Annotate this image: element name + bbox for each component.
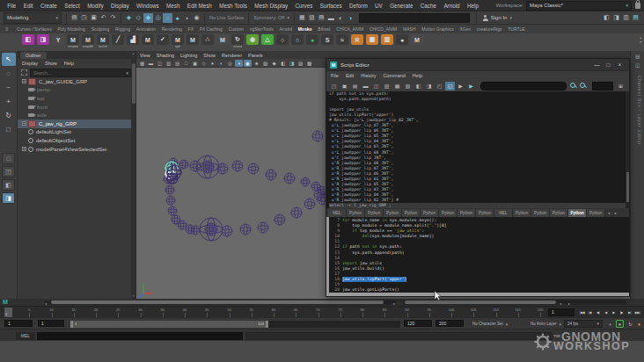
shelf-brush-icon[interactable]: ╱ — [111, 34, 125, 48]
script-editor-menu-command[interactable]: Command — [383, 73, 405, 78]
clear-all-icon[interactable]: ◨ — [424, 82, 434, 90]
open-scene-icon[interactable]: ◳ — [79, 13, 89, 23]
select-tool[interactable]: ↖ — [2, 53, 16, 66]
minimize-button[interactable]: — — [591, 61, 603, 69]
shelf-copyweights-icon[interactable]: M — [186, 34, 200, 48]
scroll-up-icon[interactable]: ▴ — [131, 52, 135, 55]
viewport-hscrollbar[interactable]: ◂ ▸ — [44, 300, 396, 305]
vp-shadows-icon[interactable]: ◑ — [235, 60, 243, 67]
snap-point-icon[interactable]: ◆ — [143, 13, 153, 23]
shelf-green-tool-icon[interactable]: ◉ — [245, 34, 260, 48]
viewport-menu-view[interactable]: View — [140, 53, 150, 58]
viewport-menu-panels[interactable]: Panels — [248, 53, 263, 58]
shelf-check-icon[interactable]: ✓ — [156, 34, 170, 48]
expand-icon[interactable]: + — [22, 79, 26, 83]
render-icon[interactable]: ▦ — [297, 13, 307, 23]
script-search-input[interactable] — [480, 82, 567, 90]
anim-layer-selector[interactable]: No Anim Layer ▾ — [531, 320, 561, 328]
viewport-menu-show[interactable]: Show — [203, 53, 216, 58]
shelf-clock2-icon[interactable]: ○ — [290, 34, 304, 48]
animation-end-field[interactable]: 200 — [435, 320, 464, 327]
vp-dof-icon[interactable]: ◆ — [270, 60, 278, 67]
shelf-r-tool-icon[interactable]: R — [350, 34, 364, 48]
scrollbar-thumb[interactable] — [626, 172, 629, 202]
animation-prefs-icon[interactable]: ↻ — [626, 320, 634, 328]
menu-surfaces[interactable]: Surfaces — [317, 3, 346, 9]
four-pane-layout-button[interactable]: ◫ — [2, 166, 15, 177]
clear-history-icon[interactable]: ▬ — [361, 82, 370, 90]
outliner-item-c-jaw-guide-grp[interactable]: +C_jaw_GUIDE_GRP — [18, 77, 135, 86]
play-forward-button[interactable]: ▶ — [610, 308, 618, 317]
script-tab-9-mel[interactable]: MEL — [494, 209, 513, 217]
suppress-output-icon[interactable]: ▥ — [382, 82, 392, 90]
shelf-rename-icon[interactable]: Mrename — [66, 34, 80, 48]
step-forward-key-button[interactable]: |▶ — [618, 308, 626, 317]
shelf-skin-icon[interactable]: ● — [395, 34, 409, 48]
script-editor-input-pane[interactable]: 7for module_name in sys.modules.keys():8… — [326, 217, 629, 293]
script-tab-4-python[interactable]: Python — [402, 209, 421, 217]
snap-grid-icon[interactable]: ◈ — [124, 13, 134, 23]
menu-arnold[interactable]: Arnold — [440, 3, 464, 9]
fps-selector[interactable]: 24 fps ▾ — [564, 320, 603, 328]
vp-xray-icon[interactable]: ◨ — [288, 60, 296, 67]
shelf-tab-xgen[interactable]: XGen — [457, 26, 474, 32]
menu-uv[interactable]: UV — [371, 3, 386, 9]
script-editor-menu-edit[interactable]: Edit — [346, 73, 354, 78]
menu-help[interactable]: Help — [464, 3, 482, 9]
script-editor-menu-file[interactable]: File — [331, 73, 339, 78]
script-tab-7-python[interactable]: Python — [457, 209, 476, 217]
ipr-render-icon[interactable]: ▨ — [307, 13, 317, 23]
vp-multisample-icon[interactable]: ▧ — [261, 60, 269, 67]
menu-edit-mesh[interactable]: Edit Mesh — [184, 3, 216, 9]
single-pane-layout-button[interactable]: □ — [2, 153, 15, 164]
outliner-menu-help[interactable]: Help — [64, 61, 74, 66]
shelf-tab-rendering[interactable]: Rendering — [158, 26, 185, 32]
go-to-start-button[interactable]: |◀◀ — [578, 308, 586, 317]
playback-range-bar[interactable]: 1 120 — [70, 321, 268, 328]
shelf-clock-icon[interactable]: ○ — [275, 34, 289, 48]
vp-resolution-gate-icon[interactable]: ◫ — [156, 60, 164, 67]
vp-safe-title-icon[interactable]: ▣ — [191, 60, 199, 67]
shelf-tab-rigging[interactable]: Rigging — [113, 26, 134, 32]
range-end-handle[interactable] — [266, 321, 268, 328]
menu-create[interactable]: Create — [37, 3, 61, 9]
expand-icon[interactable]: + — [22, 121, 26, 126]
expand-icon[interactable]: + — [22, 147, 26, 151]
menu-curves[interactable]: Curves — [291, 3, 316, 9]
script-tab-1-python[interactable]: Python — [347, 209, 365, 217]
menu-set-selector[interactable]: Modeling ▾ — [4, 12, 62, 24]
tab-scroll-left-icon[interactable]: ◂ — [605, 209, 612, 217]
menu-display[interactable]: Display — [107, 3, 133, 9]
save-script-icon[interactable]: ▣ — [340, 82, 349, 90]
shelf-weights-mirror-icon[interactable]: ◨ — [36, 34, 50, 48]
shelf-tab-mosko[interactable]: Mosko — [295, 26, 315, 32]
script-tab-12-python[interactable]: Python — [550, 209, 568, 217]
shelf-cluster-icon[interactable]: ∴ — [201, 34, 215, 48]
vp-gate-mask-icon[interactable]: ▥ — [165, 60, 172, 67]
right-panel-vertical-tab[interactable]: Channel Box / Layer Editor — [634, 76, 641, 146]
outliner-item-front[interactable]: front — [18, 103, 135, 112]
menu-generate[interactable]: Generate — [386, 3, 417, 9]
show-stack-trace-icon[interactable]: ▧ — [403, 82, 413, 90]
outliner-menu-show[interactable]: Show — [45, 61, 57, 66]
script-editor-history-pane[interactable]: if path not in sys.path: sys.path.append… — [326, 91, 629, 208]
layer-editor-icon[interactable]: ◫ — [633, 62, 641, 69]
highlight-selection-icon[interactable]: ◉ — [192, 13, 201, 23]
shelf-s-tool-icon[interactable]: S — [320, 34, 334, 48]
split-pane-layout-button[interactable]: ◧ — [2, 179, 15, 191]
vp-ao-icon[interactable]: ◉ — [244, 60, 252, 67]
range-slider-track[interactable]: 1 120 — [70, 321, 400, 328]
shelf-tab-custom[interactable]: Custom — [225, 26, 246, 32]
shelf-tab-bifrost[interactable]: Bifrost — [315, 26, 333, 32]
display-layer-icon[interactable]: ▬ — [326, 13, 336, 23]
character-set-selector[interactable]: No Character Set ▾ — [472, 320, 508, 328]
snap-view-plane-icon[interactable]: ○ — [163, 13, 172, 23]
shelf-orange-grid2-icon[interactable]: ▥ — [380, 34, 394, 48]
vp-gamma-icon[interactable]: ▩ — [305, 60, 313, 67]
menu-edit[interactable]: Edit — [20, 3, 37, 9]
outliner-item-modelpanel4viewselectedset[interactable]: +modelPanel4ViewSelectedSet — [18, 145, 135, 154]
outliner-item-c-jaw-rig-grp[interactable]: +C_jaw_rig_GRP — [18, 119, 135, 128]
scroll-down-icon[interactable]: ▾ — [640, 40, 641, 44]
lasso-select-tool[interactable]: ◌ — [2, 67, 16, 80]
shelf-weights-tool-icon[interactable]: ◧ — [21, 34, 35, 48]
